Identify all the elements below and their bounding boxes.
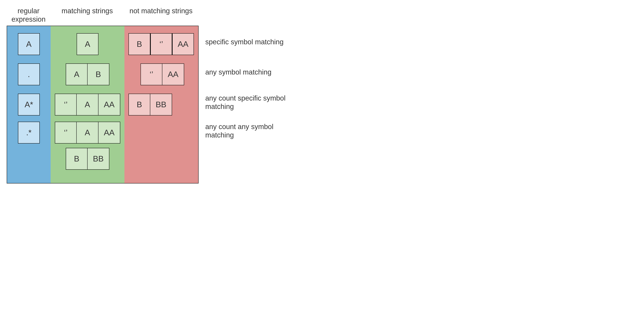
regex-slot: A*	[9, 90, 49, 120]
match-slot: ‘’ A AA	[53, 90, 122, 120]
regex-slot: .	[9, 59, 49, 90]
nomatch-cell: ‘’	[140, 64, 162, 85]
match-group: ‘’ A AA	[55, 122, 120, 144]
match-slot: ‘’ A AA B BB	[53, 120, 122, 180]
regex-cell: .	[18, 64, 40, 85]
column-regex: A . A* .*	[7, 26, 51, 183]
match-group: B BB	[66, 148, 109, 170]
match-cell: AA	[98, 94, 120, 116]
header-match: matching strings	[50, 7, 124, 24]
match-cell: ‘’	[55, 94, 77, 116]
column-match: A A B ‘’ A AA	[51, 26, 124, 183]
match-cell: ‘’	[55, 122, 77, 144]
column-nomatch: B ‘’ AA ‘’ AA B BB	[124, 26, 198, 183]
regex-slot: A	[9, 29, 49, 59]
description: specific symbol matching	[205, 27, 299, 57]
match-slot: A B	[53, 59, 122, 90]
nomatch-group: B BB	[128, 94, 172, 116]
nomatch-cell: ‘’	[150, 33, 172, 55]
match-cell: A	[77, 94, 98, 116]
regex-slot: .*	[9, 120, 49, 180]
nomatch-slot	[126, 120, 196, 180]
match-cell: A	[77, 33, 98, 55]
match-cell: B	[88, 64, 109, 85]
nomatch-cell: B	[128, 94, 150, 116]
description: any symbol matching	[205, 57, 299, 87]
descriptions: specific symbol matching any symbol matc…	[205, 7, 299, 178]
columns-box: A . A* .* A	[7, 26, 198, 183]
regex-diagram: regular expression matching strings not …	[7, 7, 637, 183]
header-regex: regular expression	[7, 7, 50, 24]
nomatch-group: B ‘’ AA	[128, 33, 194, 55]
nomatch-group: ‘’ AA	[140, 64, 184, 85]
regex-cell: A	[18, 33, 40, 55]
nomatch-slot: ‘’ AA	[126, 59, 196, 90]
match-stack: ‘’ A AA B BB	[55, 122, 120, 170]
match-slot: A	[53, 29, 122, 59]
regex-cell: .*	[18, 122, 40, 144]
nomatch-cell: B	[128, 33, 150, 55]
header-nomatch: not matching strings	[124, 7, 198, 24]
regex-cell: A*	[18, 94, 40, 116]
match-cell: A	[66, 64, 88, 85]
nomatch-cell: BB	[150, 94, 172, 116]
column-headers: regular expression matching strings not …	[7, 7, 198, 24]
nomatch-slot: B ‘’ AA	[126, 29, 196, 59]
match-cell: A	[77, 122, 98, 144]
nomatch-slot: B BB	[126, 90, 196, 120]
match-cell: BB	[88, 148, 109, 170]
description: any count specific symbol matching	[205, 87, 299, 118]
match-cell: AA	[98, 122, 120, 144]
match-group: A B	[66, 64, 109, 85]
match-group: ‘’ A AA	[55, 94, 120, 116]
table-area: regular expression matching strings not …	[7, 7, 198, 183]
match-cell: B	[66, 148, 88, 170]
description: any count any symbol matching	[205, 118, 299, 178]
match-group: A	[77, 33, 98, 55]
nomatch-cell: AA	[172, 33, 194, 55]
nomatch-cell: AA	[162, 64, 184, 85]
